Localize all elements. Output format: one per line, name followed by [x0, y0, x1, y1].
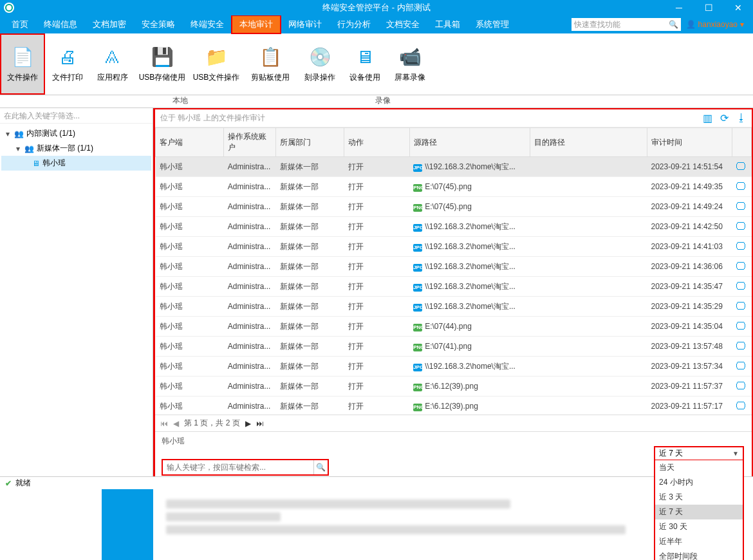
keyword-search-input[interactable]	[163, 463, 313, 472]
tool-3[interactable]: 💾USB存储使用	[135, 33, 189, 95]
col-header-2[interactable]: 所属部门	[276, 128, 344, 157]
pager: ⏮ ◀ 第 1 页，共 2 页 ▶ ⏭	[155, 415, 752, 431]
tool-0[interactable]: 📄文件操作	[0, 33, 45, 95]
table-row[interactable]: 韩小瑶Administra...新媒体一部打开PNGE:\6.12(39).pn…	[156, 377, 752, 397]
monitor-icon[interactable]: 🖵	[736, 321, 746, 331]
monitor-icon[interactable]: 🖵	[736, 380, 746, 391]
monitor-icon[interactable]: 🖵	[736, 161, 746, 172]
table-row[interactable]: 韩小瑶Administra...新媒体一部打开JPG\\192.168.3.2\…	[156, 297, 752, 317]
tree-node-label: 新媒体一部 (1/1)	[37, 143, 93, 154]
tool-icon: 📁	[205, 45, 228, 68]
time-range-option[interactable]: 近 3 天	[655, 490, 743, 505]
menu-item-6[interactable]: 网络审计	[281, 15, 330, 33]
ribbon-group-labels: 本地 录像	[0, 95, 753, 108]
monitor-icon[interactable]: 🖵	[736, 281, 746, 292]
table-row[interactable]: 韩小瑶Administra...新媒体一部打开PNGE:\07(41).png2…	[156, 337, 752, 357]
table-row[interactable]: 韩小瑶Administra...新媒体一部打开JPG\\192.168.3.2\…	[156, 217, 752, 237]
sidebar-filter-input[interactable]: 在此输入关键字筛选...	[0, 108, 153, 124]
monitor-icon[interactable]: 🖵	[736, 360, 746, 371]
menu-item-10[interactable]: 系统管理	[468, 15, 517, 33]
menu-item-3[interactable]: 安全策略	[134, 15, 183, 33]
menu-item-8[interactable]: 文档安全	[378, 15, 427, 33]
col-header-0[interactable]: 客户端	[156, 128, 224, 157]
tree-node-root[interactable]: ▾ 👥 内部测试 (1/1)	[1, 126, 151, 141]
time-range-option[interactable]: 近半年	[655, 534, 743, 549]
col-header-3[interactable]: 动作	[344, 128, 409, 157]
time-range-option[interactable]: 近 30 天	[655, 519, 743, 534]
col-header-7[interactable]	[732, 128, 751, 157]
table-row[interactable]: 韩小瑶Administra...新媒体一部打开JPG\\192.168.3.2\…	[156, 257, 752, 277]
table-row[interactable]: 韩小瑶Administra...新媒体一部打开PNGE:\07(44).png2…	[156, 317, 752, 337]
col-header-1[interactable]: 操作系统账户	[224, 128, 276, 157]
pager-first[interactable]: ⏮	[160, 419, 168, 428]
table-row[interactable]: 韩小瑶Administra...新媒体一部打开JPG\\192.168.3.2\…	[156, 357, 752, 377]
keyword-search-button[interactable]: 🔍	[313, 460, 328, 474]
status-text: 就绪	[15, 478, 31, 489]
monitor-icon[interactable]: 🖵	[736, 241, 746, 252]
table-row[interactable]: 韩小瑶Administra...新媒体一部打开JPG\\192.168.3.2\…	[156, 237, 752, 257]
chevron-down-icon: ▾	[4, 129, 12, 138]
tool-7[interactable]: 🖥设备使用	[342, 33, 387, 95]
tool-label: USB存储使用	[139, 72, 186, 83]
tree-node-leaf[interactable]: 🖥 韩小瑶	[1, 156, 151, 171]
monitor-icon[interactable]: 🖵	[736, 400, 746, 411]
refresh-button[interactable]: ⟳	[720, 112, 729, 124]
menu-item-2[interactable]: 文档加密	[85, 15, 134, 33]
tool-label: 设备使用	[349, 72, 380, 83]
menu-item-4[interactable]: 终端安全	[183, 15, 232, 33]
monitor-icon[interactable]: 🖵	[736, 221, 746, 232]
tool-8[interactable]: 📹屏幕录像	[387, 33, 432, 95]
toolbar-ribbon: 📄文件操作🖨文件打印⩓应用程序💾USB存储使用📁USB文件操作📋剪贴板使用💿刻录…	[0, 33, 753, 95]
tool-6[interactable]: 💿刻录操作	[297, 33, 342, 95]
tool-icon: ⩓	[104, 45, 122, 68]
time-range-option[interactable]: 24 小时内	[655, 475, 743, 490]
title-bar: 终端安全管控平台 - 内部测试 ─ ☐ ✕	[0, 0, 753, 15]
tool-label: USB文件操作	[193, 72, 240, 83]
monitor-icon[interactable]: 🖵	[736, 261, 746, 272]
quick-search-box[interactable]: 快速查找功能 🔍	[572, 18, 681, 31]
pager-prev[interactable]: ◀	[173, 419, 179, 428]
tree-node-group[interactable]: ▾ 👥 新媒体一部 (1/1)	[1, 141, 151, 156]
user-menu[interactable]: 👤 hanxiaoyao ▾	[686, 20, 749, 29]
maximize-button[interactable]: ☐	[694, 0, 723, 15]
group-icon: 👥	[24, 144, 34, 153]
minimize-button[interactable]: ─	[664, 0, 694, 15]
menu-item-7[interactable]: 行为分析	[330, 15, 378, 33]
monitor-icon[interactable]: 🖵	[736, 301, 746, 312]
tool-5[interactable]: 📋剪贴板使用	[243, 33, 297, 95]
tool-label: 应用程序	[97, 72, 128, 83]
tool-4[interactable]: 📁USB文件操作	[189, 33, 243, 95]
table-row[interactable]: 韩小瑶Administra...新媒体一部打开PNGE:\6.12(39).pn…	[156, 397, 752, 415]
menu-item-0[interactable]: 首页	[4, 15, 36, 33]
col-header-4[interactable]: 源路径	[409, 128, 530, 157]
export-button[interactable]: ⭳	[736, 112, 747, 124]
monitor-icon[interactable]: 🖵	[736, 181, 746, 192]
tree-node-label: 韩小瑶	[42, 158, 66, 169]
col-header-5[interactable]: 目的路径	[530, 128, 647, 157]
time-range-option[interactable]: 当天	[655, 460, 743, 475]
close-button[interactable]: ✕	[723, 0, 753, 15]
table-row[interactable]: 韩小瑶Administra...新媒体一部打开PNGE:\07(45).png2…	[156, 177, 752, 197]
tool-1[interactable]: 🖨文件打印	[45, 33, 90, 95]
pager-last[interactable]: ⏭	[256, 419, 264, 428]
tool-icon: 💾	[151, 45, 174, 68]
tool-2[interactable]: ⩓应用程序	[90, 33, 135, 95]
pager-next[interactable]: ▶	[245, 419, 251, 428]
time-range-option[interactable]: 近 7 天	[655, 505, 743, 519]
menu-item-5[interactable]: 本地审计	[232, 15, 281, 33]
time-range-option[interactable]: 全部时间段	[655, 549, 743, 560]
menu-item-9[interactable]: 工具箱	[427, 15, 468, 33]
col-header-6[interactable]: 审计时间	[647, 128, 732, 157]
menu-item-1[interactable]: 终端信息	[36, 15, 85, 33]
columns-button[interactable]: ▥	[703, 112, 712, 124]
table-row[interactable]: 韩小瑶Administra...新媒体一部打开JPG\\192.168.3.2\…	[156, 277, 752, 297]
table-row[interactable]: 韩小瑶Administra...新媒体一部打开JPG\\192.168.3.2\…	[156, 157, 752, 177]
status-ok-icon: ✔	[5, 479, 12, 488]
time-range-select[interactable]: 近 7 天 ▼	[654, 446, 744, 460]
ribbon-group-local: 本地	[0, 95, 360, 107]
monitor-icon[interactable]: 🖵	[736, 341, 746, 351]
main-area: 在此输入关键字筛选... ▾ 👥 内部测试 (1/1) ▾ 👥 新媒体一部 (1…	[0, 108, 753, 481]
monitor-icon[interactable]: 🖵	[736, 201, 746, 212]
table-row[interactable]: 韩小瑶Administra...新媒体一部打开PNGE:\07(45).png2…	[156, 197, 752, 217]
search-icon: 🔍	[669, 20, 678, 29]
